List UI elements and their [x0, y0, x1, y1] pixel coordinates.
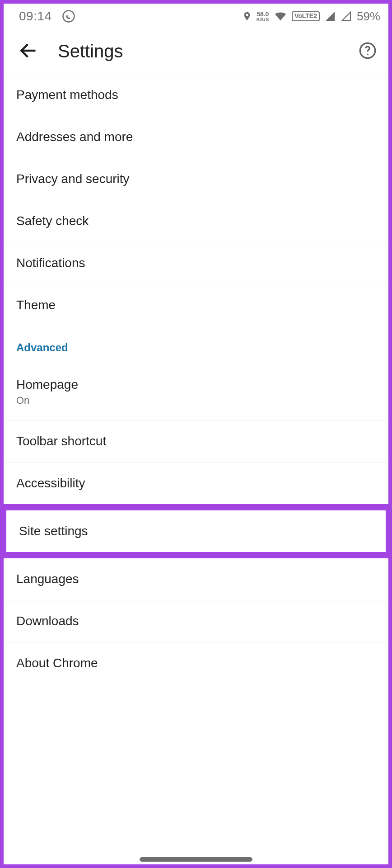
clock-text: 09:14 [19, 9, 52, 24]
row-label: Addresses and more [16, 130, 376, 144]
statusbar-right: 58.0 KB/S VoLTE2 59% [242, 9, 380, 24]
net-speed-indicator: 58.0 KB/S [257, 11, 269, 22]
settings-row-theme[interactable]: Theme [4, 284, 388, 326]
row-label: Safety check [16, 214, 376, 228]
svg-point-0 [63, 11, 74, 22]
back-button[interactable] [14, 37, 42, 66]
help-button[interactable] [356, 40, 379, 63]
row-label: Homepage [16, 377, 376, 392]
location-icon [242, 10, 252, 22]
settings-row-site-settings[interactable]: Site settings [0, 504, 392, 558]
row-label: About Chrome [16, 656, 376, 670]
help-circle-icon [359, 42, 377, 61]
signal-icon [324, 11, 336, 22]
settings-list[interactable]: Payment methods Addresses and more Priva… [4, 74, 388, 684]
settings-row-addresses[interactable]: Addresses and more [4, 116, 388, 158]
settings-row-accessibility[interactable]: Accessibility [4, 462, 388, 504]
status-bar: 09:14 58.0 KB/S VoLTE2 [4, 4, 388, 29]
settings-row-payment-methods[interactable]: Payment methods [4, 74, 388, 116]
settings-row-safety-check[interactable]: Safety check [4, 200, 388, 242]
net-speed-unit: KB/S [257, 17, 269, 22]
arrow-left-icon [18, 41, 38, 62]
volte-badge-icon: VoLTE2 [292, 11, 320, 21]
app-bar: Settings [4, 29, 388, 74]
gesture-nav-bar [4, 857, 388, 862]
statusbar-left: 09:14 [19, 9, 75, 24]
row-label: Accessibility [16, 476, 376, 491]
row-label: Privacy and security [16, 172, 376, 186]
svg-point-3 [367, 54, 368, 55]
settings-row-downloads[interactable]: Downloads [4, 600, 388, 642]
row-label: Toolbar shortcut [16, 434, 376, 448]
whatsapp-icon [62, 9, 75, 23]
row-label: Theme [16, 298, 376, 312]
section-header-advanced: Advanced [4, 326, 388, 364]
row-label: Site settings [19, 524, 373, 538]
wifi-icon [274, 11, 287, 22]
row-label: Languages [16, 572, 376, 586]
row-label: Notifications [16, 256, 376, 270]
settings-row-languages[interactable]: Languages [4, 558, 388, 600]
screen-frame: 09:14 58.0 KB/S VoLTE2 [0, 0, 392, 868]
settings-row-notifications[interactable]: Notifications [4, 242, 388, 284]
row-label: Payment methods [16, 88, 376, 102]
row-subtext: On [16, 395, 376, 406]
settings-row-toolbar-shortcut[interactable]: Toolbar shortcut [4, 420, 388, 462]
battery-text: 59% [357, 9, 380, 24]
page-title: Settings [58, 41, 356, 61]
settings-row-homepage[interactable]: Homepage On [4, 364, 388, 420]
settings-row-about-chrome[interactable]: About Chrome [4, 642, 388, 684]
signal-icon [341, 11, 352, 22]
net-speed-value: 58.0 [257, 11, 269, 17]
settings-row-privacy-security[interactable]: Privacy and security [4, 158, 388, 200]
nav-pill-icon [140, 857, 252, 862]
row-label: Downloads [16, 614, 376, 628]
